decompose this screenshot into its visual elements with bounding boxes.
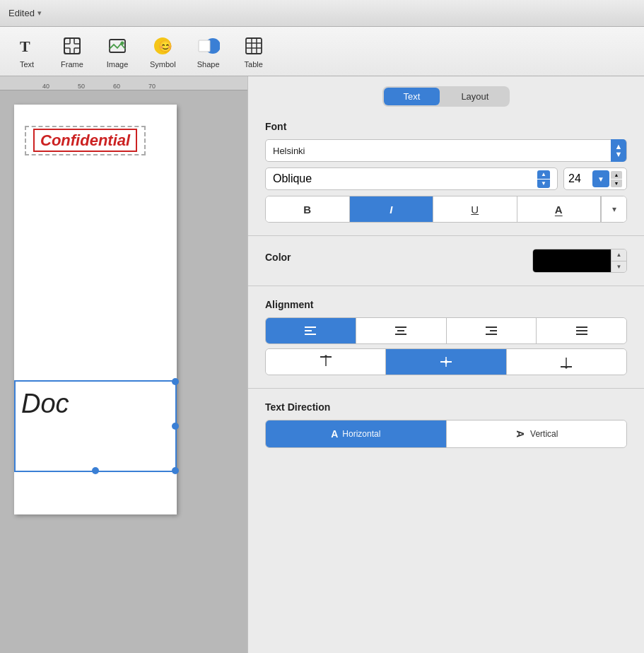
table-tool-label: Table bbox=[245, 60, 263, 69]
svg-rect-11 bbox=[199, 40, 210, 52]
align-center-button[interactable] bbox=[356, 318, 447, 343]
align-top-button[interactable] bbox=[266, 349, 386, 375]
color-text-button[interactable]: A bbox=[517, 196, 602, 222]
style-arrow-up[interactable]: ▲ bbox=[537, 170, 550, 179]
symbol-tool-icon: 😊 bbox=[151, 35, 174, 57]
frame-tool-label: Frame bbox=[61, 60, 83, 69]
color-section-label: Color bbox=[265, 252, 291, 263]
font-family-value: Helsinki bbox=[273, 146, 305, 156]
ruler-mark-50: 50 bbox=[64, 83, 99, 90]
svg-point-7 bbox=[121, 41, 124, 45]
size-steppers: ▲ ▼ bbox=[611, 171, 622, 187]
right-panel: Text Layout Font Helsinki ▲ ▼ bbox=[247, 76, 644, 653]
title-bar-chevron-icon: ▾ bbox=[37, 8, 42, 18]
align-middle-button[interactable] bbox=[386, 349, 506, 375]
toolbar-item-shape[interactable]: Shape bbox=[187, 30, 230, 73]
horizontal-align-row bbox=[265, 317, 627, 344]
align-justify-button[interactable] bbox=[537, 318, 626, 343]
direction-horizontal-button[interactable]: A Horizontal bbox=[266, 420, 447, 447]
format-more-button[interactable]: ▾ bbox=[601, 196, 626, 222]
horizontal-label: Horizontal bbox=[342, 429, 380, 439]
font-style-value: Oblique bbox=[273, 172, 312, 185]
size-dropdown-btn[interactable]: ▼ bbox=[592, 170, 609, 187]
color-swatch-container[interactable]: ▲ ▼ bbox=[532, 249, 627, 273]
confidential-box[interactable]: Confidential bbox=[25, 126, 146, 155]
svg-text:😊: 😊 bbox=[158, 40, 172, 53]
title-bar: Edited ▾ bbox=[0, 0, 644, 27]
canvas-content: Confidential Doc bbox=[0, 90, 247, 653]
symbol-tool-label: Symbol bbox=[150, 60, 176, 69]
align-right-button[interactable] bbox=[447, 318, 537, 343]
ruler-mark-60: 60 bbox=[99, 83, 134, 90]
document-page: Confidential Doc bbox=[14, 105, 177, 514]
toolbar: T Text Frame Image bbox=[0, 27, 644, 76]
doc-text: Doc bbox=[16, 382, 175, 426]
size-stepper-up[interactable]: ▲ bbox=[611, 171, 622, 179]
underline-button[interactable]: U bbox=[433, 196, 517, 222]
canvas-area: 40 50 60 70 Confidential Doc bbox=[0, 76, 247, 653]
color-row: Color ▲ ▼ bbox=[265, 249, 627, 273]
font-size-selector[interactable]: 24 ▼ ▲ ▼ bbox=[563, 167, 627, 190]
format-row: B I U A ▾ bbox=[265, 196, 627, 223]
doc-text-box[interactable]: Doc bbox=[14, 380, 177, 472]
main-area: 40 50 60 70 Confidential Doc bbox=[0, 76, 644, 653]
tab-text[interactable]: Text bbox=[384, 88, 440, 105]
font-family-arrows[interactable]: ▲ ▼ bbox=[611, 139, 626, 162]
direction-row: A Horizontal A Vertical bbox=[265, 420, 627, 448]
image-tool-icon bbox=[106, 35, 129, 57]
handle-bottom-center[interactable] bbox=[92, 467, 99, 474]
color-stepper-up[interactable]: ▲ bbox=[611, 249, 626, 261]
alignment-group bbox=[265, 317, 627, 375]
tab-layout[interactable]: Layout bbox=[441, 88, 508, 105]
text-tool-icon: T bbox=[16, 35, 38, 57]
title-bar-edited: Edited bbox=[8, 8, 35, 18]
handle-top-right[interactable] bbox=[172, 378, 179, 385]
text-direction-section: Text Direction A Horizontal A Vertical bbox=[265, 401, 627, 448]
align-middle-icon bbox=[439, 355, 453, 369]
align-left-button[interactable] bbox=[266, 318, 356, 343]
font-section-label: Font bbox=[265, 121, 627, 132]
svg-rect-12 bbox=[246, 38, 262, 54]
style-arrows: ▲ ▼ bbox=[537, 170, 550, 188]
text-tool-label: Text bbox=[20, 60, 34, 69]
font-size-value: 24 bbox=[568, 172, 581, 185]
align-right-icon bbox=[484, 325, 498, 336]
handle-bottom-right[interactable] bbox=[172, 467, 179, 474]
align-justify-icon bbox=[575, 325, 589, 336]
divider-1 bbox=[248, 235, 644, 236]
svg-marker-35 bbox=[444, 360, 448, 362]
size-stepper-down[interactable]: ▼ bbox=[611, 180, 622, 187]
toolbar-item-text[interactable]: T Text bbox=[6, 30, 48, 73]
toolbar-item-table[interactable]: Table bbox=[233, 30, 275, 73]
size-controls: ▼ ▲ ▼ bbox=[592, 170, 622, 187]
italic-button[interactable]: I bbox=[350, 196, 434, 222]
alignment-section-label: Alignment bbox=[265, 299, 627, 310]
style-size-row: Oblique ▲ ▼ 24 ▼ ▲ ▼ bbox=[265, 167, 627, 190]
font-style-selector[interactable]: Oblique ▲ ▼ bbox=[265, 167, 558, 190]
table-tool-icon bbox=[242, 35, 265, 57]
segmented-control: Text Layout bbox=[382, 86, 510, 107]
confidential-text: Confidential bbox=[33, 129, 137, 152]
arrow-down-icon: ▼ bbox=[615, 151, 623, 158]
shape-tool-label: Shape bbox=[197, 60, 220, 69]
divider-3 bbox=[248, 388, 644, 389]
svg-marker-39 bbox=[564, 367, 568, 369]
handle-middle-right[interactable] bbox=[172, 423, 179, 430]
text-direction-label: Text Direction bbox=[265, 401, 627, 413]
ruler-marks: 40 50 60 70 bbox=[28, 76, 170, 90]
toolbar-item-frame[interactable]: Frame bbox=[51, 30, 93, 73]
direction-vertical-button[interactable]: A Vertical bbox=[447, 420, 627, 447]
bold-button[interactable]: B bbox=[266, 196, 350, 222]
svg-marker-36 bbox=[444, 362, 448, 364]
font-family-selector[interactable]: Helsinki ▲ ▼ bbox=[265, 139, 627, 162]
toolbar-item-symbol[interactable]: 😊 Symbol bbox=[141, 30, 185, 73]
segmented-control-wrapper: Text Layout bbox=[248, 76, 644, 107]
horizontal-prefix: A bbox=[331, 428, 338, 440]
style-arrow-down[interactable]: ▼ bbox=[537, 180, 550, 188]
vertical-label: Vertical bbox=[530, 429, 558, 439]
align-bottom-button[interactable] bbox=[507, 349, 626, 375]
color-stepper-down[interactable]: ▼ bbox=[611, 261, 626, 273]
color-swatch[interactable] bbox=[533, 249, 611, 272]
toolbar-item-image[interactable]: Image bbox=[96, 30, 139, 73]
divider-2 bbox=[248, 286, 644, 286]
